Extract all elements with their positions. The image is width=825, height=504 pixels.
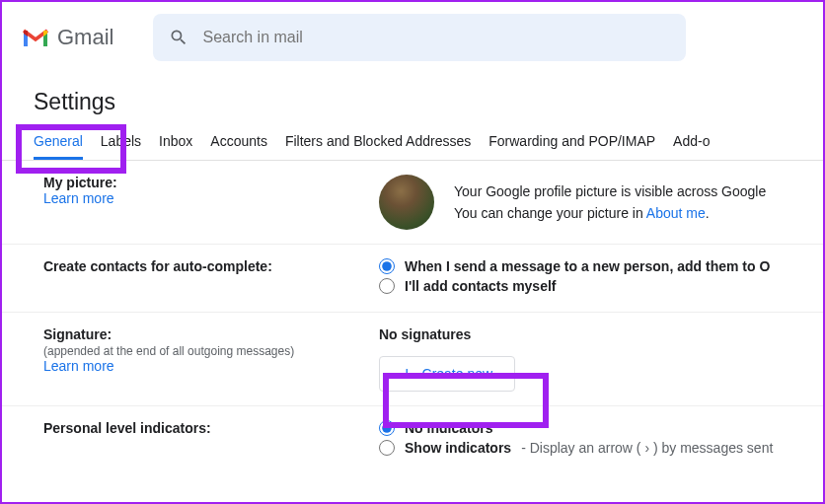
gmail-icon [22,27,49,48]
signature-learn-more[interactable]: Learn more [43,358,379,374]
row-indicators: Personal level indicators: No indicators… [2,406,823,473]
show-indicators-extra: - Display an arrow ( › ) by messages sen… [521,440,773,456]
row-my-picture: My picture: Learn more Your Google profi… [2,161,823,245]
plus-icon: + [402,365,412,383]
radio-auto-add[interactable] [379,258,395,274]
signature-label: Signature: [43,326,379,342]
settings-tabs: General Labels Inbox Accounts Filters an… [2,115,823,161]
radio-manual-add-label: I'll add contacts myself [405,278,557,294]
picture-desc-1: Your Google profile picture is visible a… [454,183,766,199]
logo-text: Gmail [57,25,113,50]
radio-show-indicators-label: Show indicators [405,440,511,456]
picture-desc-2b: . [706,205,710,221]
avatar[interactable] [379,175,434,230]
radio-no-indicators[interactable] [379,420,395,436]
radio-auto-add-label: When I send a message to a new person, a… [405,258,770,274]
about-me-link[interactable]: About me [646,205,706,221]
picture-desc-2a: You can change your picture in [454,205,646,221]
row-auto-complete: Create contacts for auto-complete: When … [2,245,823,313]
no-signatures-text: No signatures [379,326,823,342]
tab-filters[interactable]: Filters and Blocked Addresses [285,133,471,160]
tab-general[interactable]: General [34,133,83,160]
tab-accounts[interactable]: Accounts [210,133,267,160]
radio-show-indicators[interactable] [379,440,395,456]
row-signature: Signature: (appended at the end of all o… [2,313,823,406]
search-input[interactable] [202,29,670,46]
tab-inbox[interactable]: Inbox [159,133,192,160]
radio-manual-add[interactable] [379,278,395,294]
my-picture-label: My picture: [43,175,379,190]
search-icon [169,28,188,47]
indicators-label: Personal level indicators: [43,420,379,436]
create-new-signature-button[interactable]: + Create new [379,356,515,392]
signature-sub: (appended at the end of all outgoing mes… [43,344,379,358]
radio-no-indicators-label: No indicators [405,420,492,436]
my-picture-learn-more[interactable]: Learn more [43,190,379,206]
tab-forwarding[interactable]: Forwarding and POP/IMAP [488,133,655,160]
search-bar[interactable] [153,14,686,61]
tab-labels[interactable]: Labels [101,133,141,160]
tab-addons[interactable]: Add-o [673,133,710,160]
gmail-logo[interactable]: Gmail [22,25,113,50]
page-title: Settings [2,73,823,115]
create-new-label: Create new [422,366,493,382]
auto-complete-label: Create contacts for auto-complete: [43,258,379,274]
